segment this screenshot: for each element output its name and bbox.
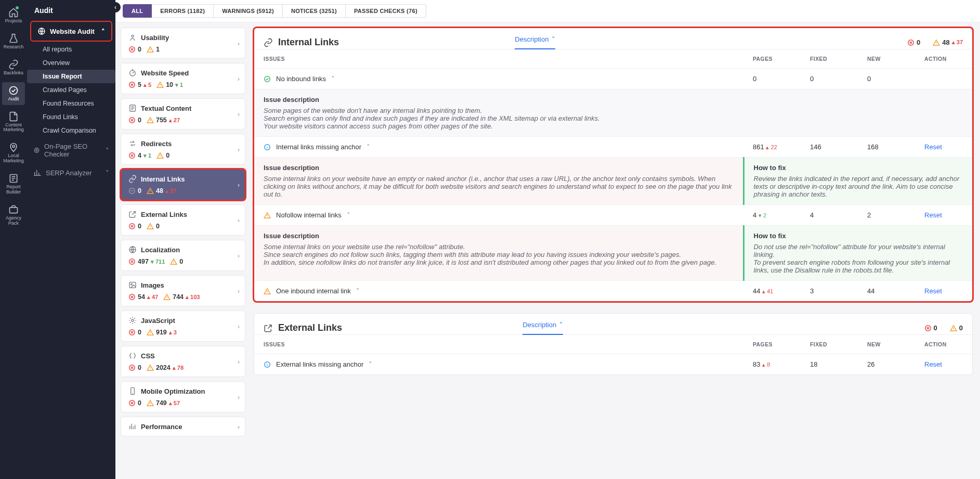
rail-local[interactable]: Local Marketing (2, 139, 25, 167)
svg-point-5 (34, 148, 39, 153)
block-internal-links: Internal Links Description ˅ 0 48 (254, 28, 973, 302)
category-images[interactable]: Images 54▴ 47744▴ 103 › (121, 275, 245, 306)
category-external[interactable]: External Links 00 › (121, 204, 245, 236)
issue-row[interactable]: No inbound links ˄ 0 0 0 (254, 69, 972, 89)
flask-icon (8, 33, 19, 44)
tab-passed[interactable]: PASSED CHECKS (76) (346, 4, 426, 18)
chevron-right-icon: › (238, 287, 240, 295)
reset-link[interactable]: Reset (924, 143, 942, 151)
error-icon (128, 329, 136, 336)
category-speed[interactable]: Website Speed 5▴ 510▾ 1 › (121, 63, 245, 94)
rail-research[interactable]: Research (2, 30, 25, 53)
sidebar-section-onpage[interactable]: On-Page SEO Checker ˅ (27, 137, 115, 163)
chevron-right-icon: › (238, 393, 240, 401)
briefcase-icon (8, 204, 19, 215)
sidebar-item-found-resources[interactable]: Found Resources (27, 97, 115, 110)
link-icon (264, 38, 273, 47)
category-redirects[interactable]: Redirects 4▾ 10 › (121, 134, 245, 165)
tab-notices[interactable]: NOTICES (3251) (283, 4, 346, 18)
svg-rect-3 (10, 208, 18, 213)
chevron-right-icon: › (238, 358, 240, 366)
external-issues-table: ISSUES PAGES FIXED NEW ACTION External l… (254, 335, 972, 374)
chart-icon (33, 169, 42, 177)
warning-icon (170, 258, 177, 265)
warning-icon (933, 39, 940, 46)
chevron-icon: ˄ (331, 75, 335, 83)
right-panel: Internal Links Description ˅ 0 48 (251, 22, 980, 479)
rail-audit[interactable]: Audit (2, 82, 25, 105)
rail-agency[interactable]: Agency Pack (2, 201, 25, 229)
sidebar-item-crawled-pages[interactable]: Crawled Pages (27, 83, 115, 97)
category-textual[interactable]: Textual Content 0755▴ 27 › (121, 98, 245, 130)
chevron-icon: ˅ (356, 287, 360, 295)
chevron-right-icon: › (238, 75, 240, 83)
chevron-icon: ˅ (369, 360, 372, 368)
tab-errors[interactable]: ERRORS (1182) (152, 4, 214, 18)
category-css[interactable]: CSS 02024▴ 78 › (121, 346, 245, 377)
icon-rail: Projects Research Backlinks Audit Conten… (0, 0, 27, 479)
error-icon (128, 81, 136, 88)
tab-warnings[interactable]: WARNINGS (5912) (214, 4, 283, 18)
issue-row[interactable]: Internal links missing anchor ˄ 861 ▴ 22… (254, 137, 972, 158)
head-errors: 0 (907, 38, 920, 46)
sidebar-item-found-links[interactable]: Found Links (27, 110, 115, 124)
warning-icon (147, 187, 154, 195)
head-errors: 0 (924, 324, 937, 332)
warning-icon (950, 325, 957, 332)
tab-all[interactable]: ALL (123, 4, 152, 18)
rail-projects[interactable]: Projects (2, 4, 25, 27)
report-icon (8, 173, 19, 184)
sidebar: ‹ Audit Website Audit ˄ All reports Over… (27, 0, 115, 479)
chevron-up-icon: ˄ (101, 28, 105, 35)
warning-icon (163, 293, 171, 301)
description-toggle[interactable]: Description ˅ (515, 35, 555, 49)
sidebar-collapse-button[interactable]: ‹ (110, 2, 121, 12)
chevron-right-icon: › (238, 110, 240, 118)
category-localization[interactable]: Localization 497▾ 7110 › (121, 240, 245, 271)
category-javascript[interactable]: JavaScript 0919▴ 3 › (121, 310, 245, 342)
category-mobile[interactable]: Mobile Optimization 0749▴ 57 › (121, 381, 245, 412)
target-icon (33, 146, 40, 154)
svg-point-7 (132, 35, 134, 37)
check-icon (264, 75, 271, 83)
stop-icon (128, 187, 136, 195)
chevron-right-icon: › (238, 216, 240, 224)
sidebar-item-issue-report[interactable]: Issue Report (27, 70, 115, 83)
svg-point-19 (131, 283, 133, 285)
sidebar-item-overview[interactable]: Overview (27, 56, 115, 70)
rail-report[interactable]: Report Builder (2, 170, 25, 198)
link-icon (8, 59, 19, 70)
category-performance[interactable]: Performance › (121, 417, 245, 436)
chevron-down-icon: ˅ (106, 147, 109, 154)
sidebar-item-all-reports[interactable]: All reports (27, 43, 115, 56)
sidebar-section-website-audit[interactable]: Website Audit ˄ (31, 22, 111, 41)
error-icon (128, 223, 136, 230)
chevron-down-icon: ˅ (106, 169, 109, 177)
chevron-right-icon: › (238, 40, 240, 47)
document-icon (8, 111, 19, 122)
error-icon (128, 364, 136, 371)
category-usability[interactable]: Usability 01 › (121, 28, 245, 59)
external-link-icon (264, 323, 273, 333)
sidebar-section-serp[interactable]: SERP Analyzer ˅ (27, 163, 115, 182)
check-circle-icon (8, 85, 19, 96)
rail-backlinks[interactable]: Backlinks (2, 56, 25, 79)
svg-point-1 (12, 146, 15, 148)
category-internal[interactable]: Internal Links 048▴ 37 › (121, 169, 245, 200)
issue-row[interactable]: One inbound internal link ˅ 44 ▴ 41 3 44… (254, 281, 972, 302)
block-title: External Links (278, 322, 342, 333)
issue-row[interactable]: External links missing anchor ˅ 83 ▴ 8 1… (254, 354, 972, 375)
reset-link[interactable]: Reset (924, 211, 942, 219)
reset-link[interactable]: Reset (924, 287, 942, 295)
error-icon (128, 258, 136, 265)
warning-icon (147, 46, 154, 53)
warning-icon (147, 116, 154, 124)
sidebar-item-crawl-comparison[interactable]: Crawl Comparison (27, 124, 115, 137)
svg-point-21 (132, 319, 134, 321)
description-toggle[interactable]: Description ˅ (522, 321, 563, 335)
chevron-down-icon: ˅ (559, 321, 563, 329)
issue-description-row: Issue description Some internal links on… (254, 226, 972, 281)
reset-link[interactable]: Reset (924, 360, 942, 368)
issue-row[interactable]: Nofollow internal links ˄ 4 ▾ 2 4 2 Rese… (254, 205, 972, 226)
rail-content[interactable]: Content Marketing (2, 108, 25, 136)
